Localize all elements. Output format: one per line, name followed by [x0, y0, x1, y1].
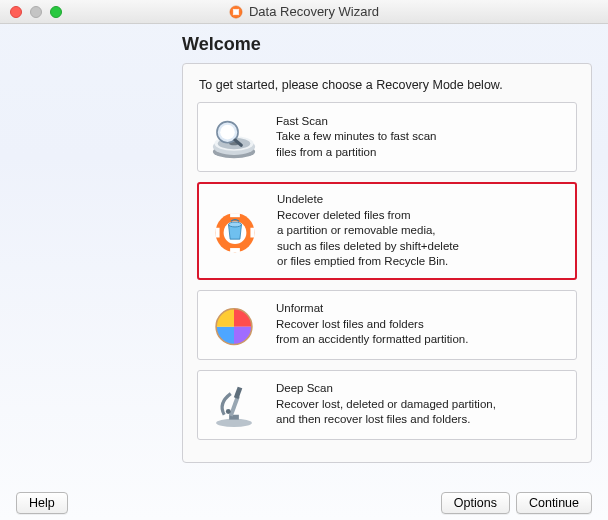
- help-button[interactable]: Help: [16, 492, 68, 514]
- mode-title: Unformat: [276, 301, 468, 317]
- mode-unformat[interactable]: Unformat Recover lost files and folders …: [197, 290, 577, 360]
- svg-rect-17: [230, 248, 240, 252]
- app-icon: [229, 5, 243, 19]
- svg-point-1: [232, 8, 240, 16]
- mode-deep-scan[interactable]: Deep Scan Recover lost, deleted or damag…: [197, 370, 577, 440]
- recovery-mode-panel: To get started, please choose a Recovery…: [182, 63, 592, 463]
- mode-description: Take a few minutes to fast scan files fr…: [276, 129, 436, 160]
- panel-intro: To get started, please choose a Recovery…: [199, 78, 577, 92]
- window-controls: [0, 6, 62, 18]
- page-title: Welcome: [182, 34, 592, 55]
- svg-rect-18: [216, 228, 220, 238]
- svg-point-27: [226, 409, 231, 414]
- close-icon[interactable]: [10, 6, 22, 18]
- mode-undelete[interactable]: Undelete Recover deleted files from a pa…: [197, 182, 577, 280]
- zoom-icon[interactable]: [50, 6, 62, 18]
- titlebar: Data Recovery Wizard: [0, 0, 608, 24]
- svg-rect-3: [233, 14, 238, 15]
- bottom-bar: Help Options Continue: [0, 492, 608, 514]
- mode-description: Recover lost files and folders from an a…: [276, 317, 468, 348]
- hard-drive-magnifier-icon: [208, 111, 260, 163]
- svg-point-0: [230, 5, 242, 17]
- lifebuoy-trash-icon: [209, 205, 261, 257]
- minimize-icon[interactable]: [30, 6, 42, 18]
- mode-title: Undelete: [277, 192, 459, 208]
- mode-title: Deep Scan: [276, 381, 496, 397]
- svg-rect-4: [232, 9, 233, 14]
- options-button[interactable]: Options: [441, 492, 510, 514]
- svg-point-12: [220, 125, 235, 140]
- svg-rect-5: [239, 9, 240, 14]
- svg-point-23: [216, 418, 252, 426]
- mode-description: Recover lost, deleted or damaged partiti…: [276, 397, 496, 428]
- svg-rect-26: [234, 386, 242, 398]
- mode-fast-scan[interactable]: Fast Scan Take a few minutes to fast sca…: [197, 102, 577, 172]
- mode-title: Fast Scan: [276, 114, 436, 130]
- microscope-icon: [208, 379, 260, 431]
- svg-rect-16: [230, 213, 240, 217]
- mode-description: Recover deleted files from a partition o…: [277, 208, 459, 270]
- continue-button[interactable]: Continue: [516, 492, 592, 514]
- content-area: Welcome To get started, please choose a …: [0, 24, 608, 463]
- svg-rect-2: [233, 8, 238, 9]
- svg-point-20: [229, 222, 242, 227]
- pie-chart-icon: [208, 299, 260, 351]
- svg-rect-19: [250, 228, 254, 238]
- window-title: Data Recovery Wizard: [249, 4, 379, 19]
